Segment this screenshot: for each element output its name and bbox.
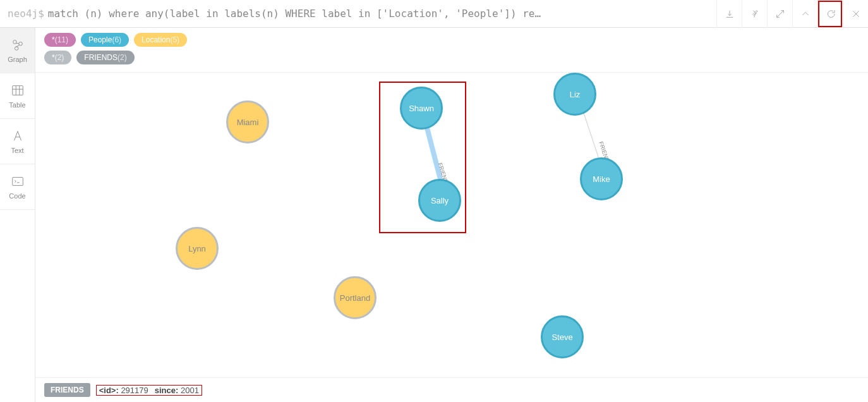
rerun-button[interactable] bbox=[817, 0, 843, 28]
prop-key-id: <id>: bbox=[99, 386, 119, 395]
pin-button[interactable] bbox=[742, 0, 767, 28]
svg-rect-4 bbox=[12, 177, 23, 185]
legend-node-labels: *(11) People(6) Location(5) bbox=[44, 33, 859, 47]
view-tab-table[interactable]: Table bbox=[0, 73, 35, 119]
view-tab-text[interactable]: Text bbox=[0, 119, 35, 164]
shell-prompt: neo4j$ bbox=[8, 8, 44, 20]
selection-type-badge: FRIENDS bbox=[44, 383, 90, 397]
svg-rect-3 bbox=[12, 85, 23, 95]
node-people-shawn[interactable]: Shawn bbox=[400, 87, 443, 130]
legend-pill-all-nodes[interactable]: *(11) bbox=[44, 33, 76, 47]
expand-button[interactable] bbox=[767, 0, 792, 28]
legend-pill-all-rels[interactable]: *(2) bbox=[44, 51, 71, 64]
graph-icon bbox=[11, 38, 25, 52]
node-people-mike[interactable]: Mike bbox=[580, 157, 623, 200]
node-location-miami[interactable]: Miami bbox=[226, 100, 269, 143]
legend-pill-location[interactable]: Location(5) bbox=[134, 33, 187, 47]
selection-footer: FRIENDS <id>: 291179 since: 2001 bbox=[35, 377, 868, 402]
query-text[interactable]: match (n) where any(label in labels(n) W… bbox=[48, 8, 716, 20]
selection-properties: <id>: 291179 since: 2001 bbox=[97, 386, 202, 395]
view-sidebar: Graph Table Text Code bbox=[0, 28, 35, 402]
prop-key-since: since: bbox=[155, 386, 179, 395]
prop-val-since: 2001 bbox=[181, 386, 199, 395]
node-location-portland[interactable]: Portland bbox=[334, 276, 377, 319]
legend-rel-types: *(2) FRIENDS(2) bbox=[44, 51, 859, 64]
view-tab-label: Code bbox=[9, 192, 25, 200]
node-people-steve[interactable]: Steve bbox=[541, 315, 584, 358]
view-tab-label: Graph bbox=[8, 56, 27, 63]
node-location-lynn[interactable]: Lynn bbox=[176, 227, 219, 270]
legend: *(11) People(6) Location(5) *(2) FRIENDS… bbox=[35, 28, 868, 73]
code-icon bbox=[11, 174, 25, 188]
view-tab-label: Text bbox=[11, 147, 23, 154]
view-tab-graph[interactable]: Graph bbox=[0, 28, 35, 73]
node-people-sally[interactable]: Sally bbox=[418, 179, 461, 222]
graph-canvas[interactable]: FRIENDS FRIENDS Miami Lynn Portland Shaw… bbox=[35, 73, 868, 377]
table-icon bbox=[11, 83, 25, 97]
collapse-up-button[interactable] bbox=[792, 0, 817, 28]
edges-layer: FRIENDS FRIENDS bbox=[35, 73, 868, 377]
result-toolbar bbox=[716, 0, 868, 27]
download-button[interactable] bbox=[716, 0, 742, 28]
legend-pill-people[interactable]: People(6) bbox=[81, 33, 129, 47]
query-bar: neo4j$ match (n) where any(label in labe… bbox=[0, 0, 868, 28]
close-button[interactable] bbox=[843, 0, 868, 28]
legend-pill-friends[interactable]: FRIENDS(2) bbox=[76, 51, 134, 64]
prop-val-id: 291179 bbox=[121, 386, 148, 395]
view-tab-code[interactable]: Code bbox=[0, 164, 35, 210]
text-icon bbox=[11, 129, 25, 143]
node-people-liz[interactable]: Liz bbox=[553, 73, 596, 116]
view-tab-label: Table bbox=[9, 101, 25, 109]
